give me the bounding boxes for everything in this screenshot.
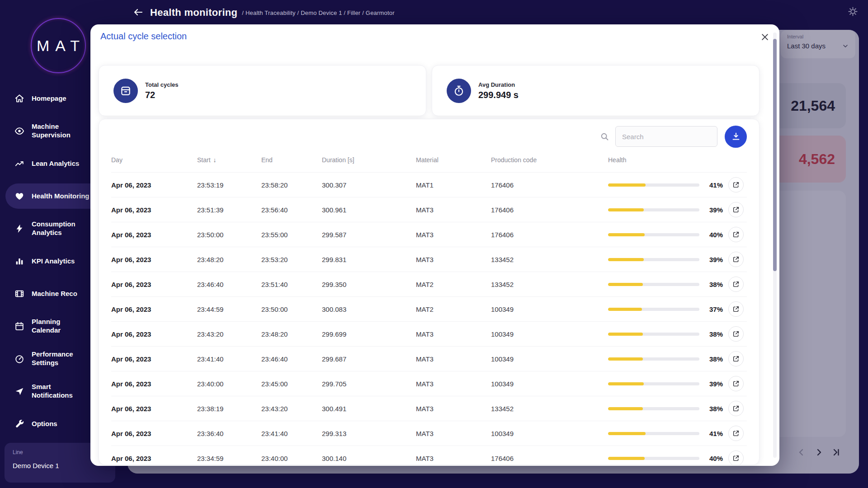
settings-gear-button[interactable] xyxy=(846,6,859,19)
cell-production-code: 176406 xyxy=(491,231,608,239)
column-header-production-code[interactable]: Production code xyxy=(491,156,608,164)
cell-day: Apr 06, 2023 xyxy=(111,281,197,288)
cell-material: MAT2 xyxy=(416,305,491,313)
open-in-new-icon xyxy=(732,355,740,362)
open-cycle-button[interactable] xyxy=(728,227,744,242)
column-label: Duration [s] xyxy=(322,156,354,164)
arrow-left-icon xyxy=(133,7,144,18)
cell-duration: 299.313 xyxy=(322,430,416,437)
table-toolbar xyxy=(111,126,747,147)
modal-scrollbar-thumb[interactable] xyxy=(773,39,777,271)
sidebar-item-label: Planning Calendar xyxy=(32,318,90,335)
sidebar-item-label: Performance Settings xyxy=(32,350,90,367)
health-progress-fill xyxy=(608,233,645,236)
cell-health: 41% xyxy=(608,426,747,441)
cell-day: Apr 06, 2023 xyxy=(111,455,197,462)
health-percent: 39% xyxy=(702,256,723,263)
health-progress-fill xyxy=(608,283,643,286)
cell-end: 23:53:20 xyxy=(261,256,322,263)
column-label: Production code xyxy=(491,156,537,164)
cell-duration: 300.083 xyxy=(322,305,416,313)
table-row: Apr 06, 2023 23:38:19 23:43:20 300.491 M… xyxy=(111,396,747,421)
column-header-material[interactable]: Material xyxy=(416,156,491,164)
close-button[interactable] xyxy=(759,31,771,44)
cell-material: MAT1 xyxy=(416,181,491,189)
column-header-start[interactable]: Start ↓ xyxy=(197,156,261,164)
health-progress-track xyxy=(608,283,699,286)
column-header-health[interactable]: Health xyxy=(608,156,747,164)
open-in-new-icon xyxy=(732,256,740,263)
sidebar-item-label: Machine Supervision xyxy=(32,122,90,140)
column-header-end[interactable]: End xyxy=(261,156,322,164)
cell-production-code: 100349 xyxy=(491,305,608,313)
open-cycle-button[interactable] xyxy=(728,426,744,441)
open-in-new-icon xyxy=(732,430,740,437)
cell-day: Apr 06, 2023 xyxy=(111,430,197,437)
health-percent: 37% xyxy=(702,305,723,313)
calendar-icon xyxy=(14,321,24,331)
open-cycle-button[interactable] xyxy=(728,326,744,342)
open-cycle-button[interactable] xyxy=(728,252,744,267)
cell-start: 23:44:59 xyxy=(197,305,261,313)
cell-health: 39% xyxy=(608,376,747,391)
cell-end: 23:46:40 xyxy=(261,355,322,363)
back-button[interactable] xyxy=(132,6,145,19)
cell-material: MAT3 xyxy=(416,380,491,388)
table-header: Day Start ↓ End Duration [s] Material Pr… xyxy=(111,147,747,173)
open-cycle-button[interactable] xyxy=(728,277,744,292)
open-cycle-button[interactable] xyxy=(728,177,744,192)
sidebar-item-label: Smart Notifications xyxy=(32,383,90,400)
table-row: Apr 06, 2023 23:41:40 23:46:40 299.687 M… xyxy=(111,347,747,371)
download-icon xyxy=(731,131,741,141)
cell-end: 23:41:40 xyxy=(261,430,322,437)
modal-title: Actual cycle selection xyxy=(100,31,187,42)
search-icon xyxy=(600,132,609,141)
sort-descending-icon[interactable]: ↓ xyxy=(213,156,217,164)
stopwatch-icon xyxy=(447,79,471,103)
health-progress-fill xyxy=(608,382,644,385)
open-cycle-button[interactable] xyxy=(728,202,744,217)
open-cycle-button[interactable] xyxy=(728,401,744,416)
column-label: Day xyxy=(111,156,123,164)
open-cycle-button[interactable] xyxy=(728,351,744,366)
cell-duration: 299.587 xyxy=(322,231,416,239)
health-progress-track xyxy=(608,308,699,311)
health-progress-track xyxy=(608,407,699,410)
column-header-duration-s[interactable]: Duration [s] xyxy=(322,156,416,164)
cell-end: 23:56:40 xyxy=(261,206,322,214)
heart-icon xyxy=(14,191,24,201)
health-progress-track xyxy=(608,432,699,435)
health-progress-track xyxy=(608,233,699,236)
cell-duration: 300.961 xyxy=(322,206,416,214)
health-percent: 38% xyxy=(702,281,723,288)
logo-text: MAT xyxy=(31,37,85,55)
cell-start: 23:43:20 xyxy=(197,330,261,338)
gear-icon xyxy=(848,6,858,17)
table-row: Apr 06, 2023 23:36:40 23:41:40 299.313 M… xyxy=(111,421,747,446)
table-row: Apr 06, 2023 23:43:20 23:48:20 299.699 M… xyxy=(111,322,747,347)
column-label: Start xyxy=(197,156,211,164)
cell-start: 23:53:19 xyxy=(197,181,261,189)
send-icon xyxy=(14,386,24,396)
cell-day: Apr 06, 2023 xyxy=(111,305,197,313)
stat-label: Total cycles xyxy=(145,81,178,88)
table-row: Apr 06, 2023 23:34:59 23:40:00 300.140 M… xyxy=(111,446,747,465)
cell-material: MAT3 xyxy=(416,256,491,263)
cycle-selection-modal: Actual cycle selection Total cycles 72 A… xyxy=(90,24,779,466)
health-progress-track xyxy=(608,333,699,336)
cell-production-code: 100349 xyxy=(491,430,608,437)
open-cycle-button[interactable] xyxy=(728,450,744,465)
cycles-icon xyxy=(113,79,138,103)
health-percent: 38% xyxy=(702,405,723,413)
open-in-new-icon xyxy=(732,231,740,238)
open-cycle-button[interactable] xyxy=(728,301,744,317)
column-header-day[interactable]: Day xyxy=(111,156,197,164)
download-button[interactable] xyxy=(725,126,747,148)
sidebar-item-label: Machine Reco xyxy=(32,290,77,298)
open-cycle-button[interactable] xyxy=(728,376,744,391)
cell-day: Apr 06, 2023 xyxy=(111,355,197,363)
search-input[interactable] xyxy=(615,126,717,147)
open-in-new-icon xyxy=(732,281,740,288)
open-in-new-icon xyxy=(732,305,740,313)
cell-end: 23:43:20 xyxy=(261,405,322,413)
